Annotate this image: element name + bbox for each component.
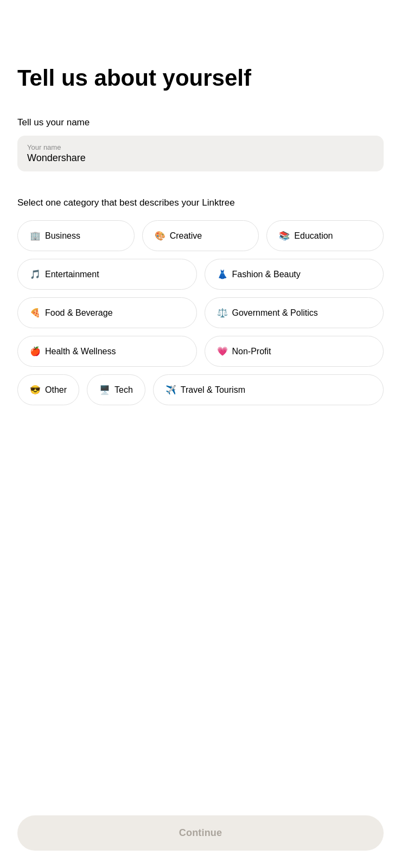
category-pill-non-profit[interactable]: 💗 Non-Profit <box>205 336 384 367</box>
category-pill-entertainment[interactable]: 🎵 Entertainment <box>17 259 197 290</box>
category-pill-business[interactable]: 🏢 Business <box>17 220 135 251</box>
category-pill-health-wellness[interactable]: 🍎 Health & Wellness <box>17 336 197 367</box>
category-row-1: 🏢 Business 🎨 Creative 📚 Education <box>17 220 384 251</box>
category-section-label: Select one category that best describes … <box>17 197 384 208</box>
food-beverage-emoji: 🍕 <box>30 308 41 318</box>
entertainment-emoji: 🎵 <box>30 269 41 279</box>
category-row-4: 🍎 Health & Wellness 💗 Non-Profit <box>17 336 384 367</box>
categories-grid: 🏢 Business 🎨 Creative 📚 Education 🎵 Ente… <box>17 220 384 405</box>
page-title: Tell us about yourself <box>17 65 384 91</box>
creative-emoji: 🎨 <box>155 231 166 241</box>
government-politics-label: Government & Politics <box>232 308 318 318</box>
health-wellness-label: Health & Wellness <box>45 347 116 356</box>
name-input-value: Wondershare <box>27 152 374 164</box>
category-row-2: 🎵 Entertainment 👗 Fashion & Beauty <box>17 259 384 290</box>
continue-button[interactable]: Continue <box>17 815 384 851</box>
government-politics-emoji: ⚖️ <box>217 308 228 318</box>
business-label: Business <box>45 231 80 241</box>
continue-btn-container: Continue <box>0 805 401 868</box>
entertainment-label: Entertainment <box>45 270 99 279</box>
other-label: Other <box>45 385 67 395</box>
category-pill-government-politics[interactable]: ⚖️ Government & Politics <box>205 297 384 328</box>
category-row-3: 🍕 Food & Beverage ⚖️ Government & Politi… <box>17 297 384 328</box>
category-pill-education[interactable]: 📚 Education <box>266 220 384 251</box>
category-pill-tech[interactable]: 🖥️ Tech <box>87 374 145 405</box>
business-emoji: 🏢 <box>30 231 41 241</box>
name-input-label: Your name <box>27 143 374 151</box>
name-input-wrapper[interactable]: Your name Wondershare <box>17 136 384 171</box>
tech-label: Tech <box>114 385 133 395</box>
category-row-5: 😎 Other 🖥️ Tech ✈️ Travel & Tourism <box>17 374 384 405</box>
health-wellness-emoji: 🍎 <box>30 346 41 356</box>
education-label: Education <box>294 231 333 241</box>
category-pill-food-beverage[interactable]: 🍕 Food & Beverage <box>17 297 197 328</box>
tech-emoji: 🖥️ <box>99 385 110 395</box>
category-pill-creative[interactable]: 🎨 Creative <box>142 220 259 251</box>
creative-label: Creative <box>170 231 202 241</box>
page-container: Tell us about yourself Tell us your name… <box>0 0 401 470</box>
education-emoji: 📚 <box>279 231 290 241</box>
category-pill-travel-tourism[interactable]: ✈️ Travel & Tourism <box>153 374 384 405</box>
other-emoji: 😎 <box>30 385 41 395</box>
non-profit-label: Non-Profit <box>232 347 271 356</box>
name-section-label: Tell us your name <box>17 117 384 128</box>
non-profit-emoji: 💗 <box>217 346 228 356</box>
food-beverage-label: Food & Beverage <box>45 308 113 318</box>
fashion-beauty-label: Fashion & Beauty <box>232 270 301 279</box>
category-pill-other[interactable]: 😎 Other <box>17 374 79 405</box>
travel-tourism-emoji: ✈️ <box>166 385 176 395</box>
travel-tourism-label: Travel & Tourism <box>181 385 245 395</box>
category-pill-fashion-beauty[interactable]: 👗 Fashion & Beauty <box>205 259 384 290</box>
fashion-beauty-emoji: 👗 <box>217 269 228 279</box>
